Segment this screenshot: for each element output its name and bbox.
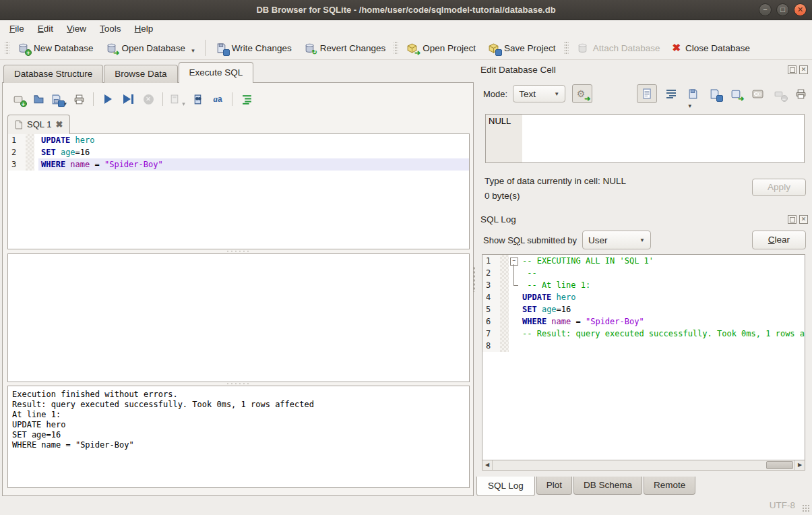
right-dock: Edit Database Cell ✕ Mode: Text▼ ⚙➜ <box>476 61 812 497</box>
menu-edit[interactable]: Edit <box>31 22 60 36</box>
open-database-dropdown-caret[interactable]: ▾ <box>191 47 195 54</box>
text-mode-icon[interactable] <box>637 84 657 103</box>
app-window: DB Browser for SQLite - /home/user/code/… <box>0 0 812 515</box>
print-cell-icon[interactable] <box>793 86 808 101</box>
execution-message-pane[interactable]: Execution finished without errors. Resul… <box>7 386 470 488</box>
dock-tab-remote[interactable]: Remote <box>644 477 695 495</box>
cell-size-info: 0 byte(s) <box>485 189 626 204</box>
sql-editor[interactable]: 1UPDATE hero2SET age=163WHERE name = "Sp… <box>7 133 470 249</box>
save-sql-file-icon[interactable]: ▾ <box>50 91 67 107</box>
menu-tools[interactable]: Tools <box>93 22 128 36</box>
toolbar-drag-handle[interactable] <box>5 40 9 55</box>
code-line[interactable]: 1UPDATE hero <box>8 134 469 146</box>
code-line[interactable]: 8 <box>482 340 805 352</box>
save-project-button[interactable]: Save Project <box>482 39 562 57</box>
edit-cell-header: Edit Database Cell ✕ <box>480 63 808 76</box>
maximize-button[interactable]: □ <box>776 3 789 16</box>
save-as-icon[interactable] <box>707 86 722 101</box>
clear-button[interactable]: Clear <box>752 231 806 249</box>
code-line[interactable]: 7-- Result: query executed successfully.… <box>482 328 805 340</box>
write-changes-button[interactable]: Write Changes <box>210 39 298 57</box>
print-icon[interactable] <box>70 91 88 107</box>
close-sql-tab-icon[interactable]: ✖ <box>55 119 63 129</box>
code-line[interactable]: 3WHERE name = "Spider-Boy" <box>8 158 469 171</box>
toolbar-drag-handle[interactable] <box>564 40 569 55</box>
attach-database-icon <box>577 42 588 54</box>
apply-button: Apply <box>752 179 806 196</box>
menu-help[interactable]: Help <box>128 22 160 36</box>
scroll-left-icon[interactable]: ◀ <box>482 460 493 470</box>
open-database-button[interactable]: ➜ Open Database ▾ <box>100 39 201 57</box>
close-panel-icon[interactable]: ✕ <box>799 215 808 224</box>
sql-tab-bar: SQL 1 ✖ <box>7 115 70 134</box>
code-line[interactable]: 5SET age=16 <box>482 303 805 315</box>
scrollbar-thumb[interactable] <box>766 461 793 469</box>
close-panel-icon[interactable]: ✕ <box>799 65 808 74</box>
execute-all-icon[interactable] <box>99 91 117 107</box>
tab-browse-data[interactable]: Browse Data <box>104 65 177 83</box>
panel-splitter[interactable] <box>472 61 476 497</box>
sql-1-tab[interactable]: SQL 1 ✖ <box>7 115 70 134</box>
dock-tab-db-schema[interactable]: DB Schema <box>573 477 642 495</box>
tab-execute-sql[interactable]: Execute SQL <box>179 62 254 83</box>
encoding-indicator: UTF-8 <box>770 500 795 510</box>
dock-tab-sql-log[interactable]: SQL Log <box>476 477 535 496</box>
menu-bar: File Edit View Tools Help <box>0 20 812 36</box>
menu-file[interactable]: File <box>3 22 31 36</box>
word-wrap-icon[interactable] <box>664 86 679 101</box>
new-database-button[interactable]: + New Database <box>11 39 100 57</box>
code-line[interactable]: 6WHERE name = "Spider-Boy" <box>482 315 805 328</box>
horizontal-scrollbar[interactable]: ◀ ▶ <box>482 460 805 471</box>
submitted-by-dropdown[interactable]: User▼ <box>582 231 651 249</box>
code-line[interactable]: 3 -- At line 1: <box>482 279 805 291</box>
import-icon[interactable]: ▾ <box>685 86 700 101</box>
mode-label: Mode: <box>483 89 507 99</box>
dock-tab-bar: SQL Log Plot DB Schema Remote <box>476 477 697 496</box>
open-project-icon: ➜ <box>406 42 418 54</box>
auto-complete-icon[interactable]: aa <box>209 91 226 107</box>
close-database-button[interactable]: ✖ Close Database <box>666 38 756 57</box>
revert-changes-icon: ↻ <box>304 42 315 54</box>
find-icon[interactable] <box>189 91 206 107</box>
main-toolbar: + New Database ➜ Open Database ▾ Write C… <box>0 36 812 60</box>
export-icon[interactable]: ➜ <box>728 86 743 101</box>
sql-log-filter-row: Show SQL submitted by User▼ Clear <box>483 231 806 249</box>
wrap-lines-icon[interactable] <box>238 91 255 107</box>
open-project-button[interactable]: ➜ Open Project <box>400 39 482 57</box>
edit-cell-title: Edit Database Cell <box>480 65 788 75</box>
scroll-right-icon[interactable]: ▶ <box>794 460 805 470</box>
title-bar[interactable]: DB Browser for SQLite - /home/user/code/… <box>0 0 812 20</box>
open-tab-icon[interactable]: + <box>9 91 27 107</box>
results-pane[interactable] <box>7 253 470 382</box>
code-line[interactable]: 4UPDATE hero <box>482 291 805 303</box>
sql-log-view[interactable]: 1-- EXECUTING ALL IN 'SQL 1'2 --3 -- At … <box>482 254 805 460</box>
mode-dropdown[interactable]: Text▼ <box>513 85 565 102</box>
execute-sql-page: + ▾ ✕ ▾ <box>2 82 474 496</box>
main-tab-bar: Database Structure Browse Data Execute S… <box>3 63 254 83</box>
tab-database-structure[interactable]: Database Structure <box>3 65 103 83</box>
execute-current-line-icon[interactable] <box>119 91 137 107</box>
float-panel-icon[interactable] <box>788 215 797 224</box>
cell-mode-row: Mode: Text▼ ⚙➜ ▾ <box>483 84 808 103</box>
revert-changes-button[interactable]: ↻ Revert Changes <box>298 39 392 57</box>
dock-tab-plot[interactable]: Plot <box>536 477 572 495</box>
cell-value-editor[interactable]: NULL <box>485 114 805 163</box>
minimize-button[interactable]: − <box>759 3 772 16</box>
open-sql-file-icon[interactable] <box>30 91 47 107</box>
menu-view[interactable]: View <box>60 22 93 36</box>
close-button[interactable]: ✕ <box>794 3 807 16</box>
code-line[interactable]: 2 -- <box>482 267 805 279</box>
sql-toolbar: + ▾ ✕ ▾ <box>9 90 255 109</box>
auto-apply-icon[interactable]: ⚙➜ <box>572 84 592 103</box>
toolbar-drag-handle[interactable] <box>394 40 398 55</box>
stop-icon: ✕ <box>139 91 157 107</box>
splitter-handle[interactable] <box>3 249 474 253</box>
link-icon[interactable] <box>750 86 765 101</box>
float-panel-icon[interactable] <box>788 65 797 74</box>
code-line[interactable]: 2SET age=16 <box>8 146 469 158</box>
left-panel: Database Structure Browse Data Execute S… <box>0 61 476 497</box>
new-database-icon: + <box>18 42 29 54</box>
resize-grip-icon[interactable] <box>802 504 810 512</box>
code-line[interactable]: 1-- EXECUTING ALL IN 'SQL 1' <box>482 255 805 267</box>
save-project-icon <box>488 42 499 54</box>
